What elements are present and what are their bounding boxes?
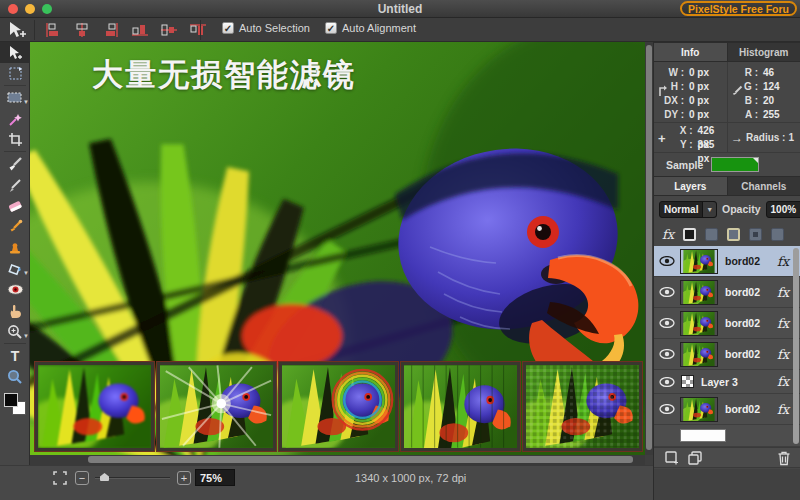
trash-icon[interactable] [777,450,791,466]
layer-name[interactable]: bord02 [718,255,777,267]
foreground-color-swatch[interactable] [4,393,18,407]
new-layer-button[interactable] [664,450,679,465]
canvas-horizontal-scrollbar[interactable] [30,455,645,465]
layer-thumbnail[interactable] [681,375,694,388]
layer-row[interactable]: bord02 fx [654,277,800,308]
zoom-out-button[interactable]: − [75,471,89,485]
chevron-down-icon: ▼ [23,99,29,105]
paint-bucket-tool[interactable]: ▼ [0,258,30,279]
auto-selection-label: Auto Selection [239,22,310,34]
layer-style-button[interactable] [705,228,718,241]
visibility-eye-icon[interactable] [654,318,680,328]
checkmark-icon: ✓ [222,22,234,34]
visibility-eye-icon[interactable] [654,287,680,297]
layer-name[interactable]: Layer 3 [694,376,777,388]
zoom-in-tool[interactable]: ▼ [0,321,30,342]
auto-selection-checkbox[interactable]: ✓ Auto Selection [222,22,310,34]
canvas-vertical-scrollbar[interactable] [645,42,653,455]
filter-thumb-motion-blur[interactable] [35,362,154,451]
visibility-eye-icon[interactable] [654,349,680,359]
layer-thumbnail[interactable] [680,429,726,442]
eraser-tool[interactable] [0,195,30,216]
red-eye-tool[interactable] [0,279,30,300]
eyedropper-tool[interactable] [0,216,30,237]
layer-style-outline-button[interactable] [727,228,740,241]
align-middle-v-icon[interactable] [160,22,178,38]
tools-sidebar: ▼ ▼ ▼ T [0,42,30,500]
move-tool[interactable] [0,42,30,63]
opacity-dropdown[interactable]: 100% ▼ [766,201,800,218]
arrow-right-icon: → [731,131,743,145]
blend-mode-dropdown[interactable]: Normal ▼ [659,201,717,218]
b-value: 20 [758,94,774,108]
layer-style-button[interactable] [771,228,784,241]
layer-thumbnail[interactable] [680,397,718,422]
filter-thumb-zoom-rays[interactable] [157,362,276,451]
align-top-icon[interactable] [189,22,207,38]
visibility-eye-icon[interactable] [654,404,680,414]
auto-alignment-label: Auto Alignment [342,22,416,34]
layer-row[interactable]: bord02 fx [654,394,800,425]
brush-tool[interactable] [0,153,30,174]
layer-thumbnail[interactable] [680,280,718,305]
zoom-in-button[interactable]: + [177,471,191,485]
align-center-h-icon[interactable] [73,22,91,38]
app-edition-badge[interactable]: PixelStyle Free Foru [680,1,797,16]
clone-stamp-tool[interactable] [0,237,30,258]
magic-wand-tool[interactable] [0,108,30,129]
layer-list-scrollbar[interactable] [793,248,799,444]
opacity-label: Opacity [722,203,761,215]
layer-style-inner-button[interactable] [749,228,762,241]
text-tool[interactable]: T [0,345,30,366]
r-value: 46 [758,66,774,80]
align-left-icon[interactable] [44,22,62,38]
status-bar: − + 75% 1340 x 1000 px, 72 dpi [0,465,653,500]
layer-thumbnail[interactable] [680,249,718,274]
layer-name[interactable]: bord02 [718,403,777,415]
tab-layers[interactable]: Layers [654,177,728,195]
zoom-slider[interactable] [95,477,170,479]
tab-histogram[interactable]: Histogram [728,43,800,61]
duplicate-layer-button[interactable] [687,450,703,465]
layer-style-black-button[interactable] [683,228,696,241]
search-tool[interactable] [0,366,30,387]
toolbar-separator [34,20,35,40]
pencil-tool[interactable] [0,174,30,195]
tab-channels[interactable]: Channels [728,177,800,195]
layer-row[interactable]: bord02 fx [654,339,800,370]
sample-color-swatch[interactable] [711,157,759,172]
visibility-eye-icon[interactable] [654,377,680,387]
move-cursor-icon[interactable] [6,21,30,39]
scrollbar-thumb[interactable] [88,456,633,463]
filter-thumb-mosaic[interactable] [523,362,642,451]
layer-name[interactable]: bord02 [718,348,777,360]
auto-alignment-checkbox[interactable]: ✓ Auto Alignment [325,22,416,34]
layer-thumbnail[interactable] [680,342,718,367]
layer-name[interactable]: bord02 [718,286,777,298]
layer-row[interactable]: Layer 3 fx [654,370,800,394]
h-value: 0 px [684,80,709,94]
tab-info[interactable]: Info [654,43,728,61]
layer-row[interactable]: bord02 fx [654,246,800,277]
zoom-slider-knob[interactable] [100,473,109,481]
layer-row[interactable] [654,425,800,447]
layer-style-buttons: fx [654,222,800,246]
transform-tool[interactable] [0,63,30,84]
radius-label: Radius : [746,132,785,143]
zoom-level-value[interactable]: 75% [195,469,235,486]
align-right-icon[interactable] [102,22,120,38]
hand-tool[interactable] [0,300,30,321]
color-swatches[interactable] [0,391,30,421]
scrollbar-thumb[interactable] [646,45,652,450]
fit-screen-icon[interactable] [53,471,67,485]
filter-thumb-vertical-smear[interactable] [401,362,520,451]
layer-row[interactable]: bord02 fx [654,308,800,339]
crop-tool[interactable] [0,129,30,150]
document-canvas[interactable]: 大量无损智能滤镜 [30,42,645,455]
filter-thumb-rainbow-halo[interactable] [279,362,398,451]
layer-thumbnail[interactable] [680,311,718,336]
marquee-selection-tool[interactable]: ▼ [0,87,30,108]
layer-name[interactable]: bord02 [718,317,777,329]
visibility-eye-icon[interactable] [654,256,680,266]
align-bottom-icon[interactable] [131,22,149,38]
